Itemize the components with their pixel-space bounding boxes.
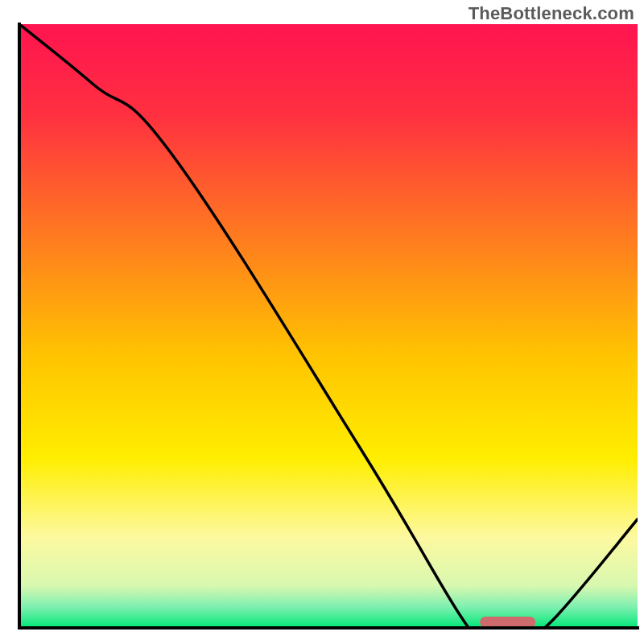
bottleneck-chart <box>0 0 644 644</box>
plot-area <box>19 24 638 639</box>
watermark-text: TheBottleneck.com <box>469 3 634 24</box>
chart-container: TheBottleneck.com <box>0 0 644 644</box>
optimal-marker <box>480 617 535 628</box>
gradient-background <box>19 24 638 628</box>
